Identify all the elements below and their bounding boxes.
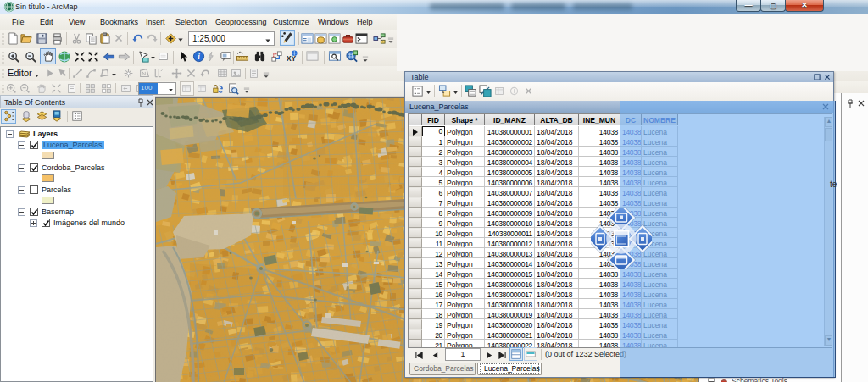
svg-text:i: i [198, 53, 200, 61]
